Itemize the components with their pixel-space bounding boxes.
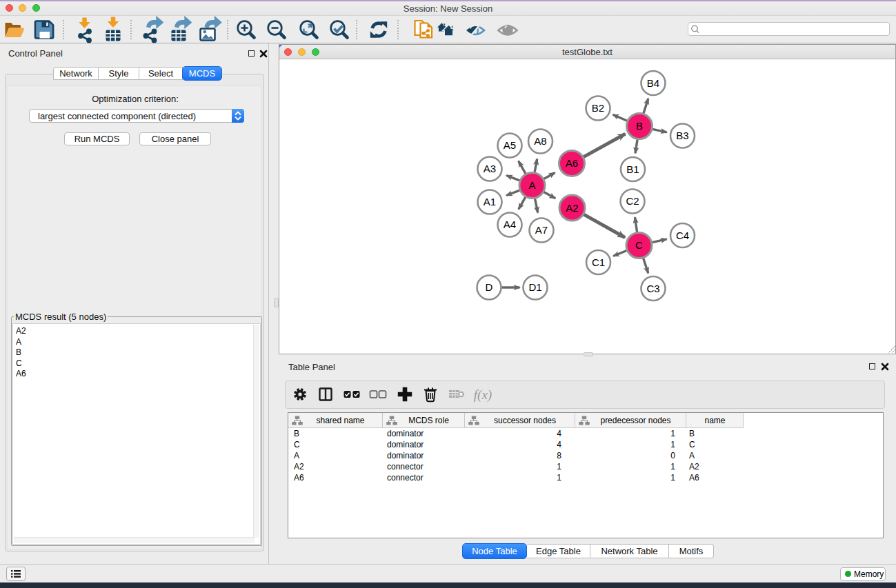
svg-text:D: D: [486, 281, 493, 293]
svg-text:C3: C3: [646, 283, 659, 294]
svg-text:A3: A3: [484, 163, 496, 174]
svg-text:C: C: [635, 239, 643, 251]
svg-text:A2: A2: [566, 202, 578, 214]
svg-text:A4: A4: [504, 219, 516, 230]
svg-text:A5: A5: [504, 139, 516, 151]
svg-text:B3: B3: [676, 130, 688, 141]
svg-text:C2: C2: [626, 195, 639, 207]
svg-text:B2: B2: [592, 102, 604, 114]
svg-text:B: B: [636, 120, 643, 132]
svg-text:A7: A7: [535, 224, 548, 236]
svg-text:A8: A8: [534, 135, 546, 147]
svg-text:B4: B4: [647, 77, 659, 89]
svg-text:A6: A6: [566, 157, 578, 169]
svg-text:C4: C4: [676, 230, 689, 241]
svg-text:f(x): f(x): [474, 387, 492, 403]
svg-text:A: A: [528, 179, 535, 191]
svg-text:B1: B1: [626, 163, 639, 175]
svg-text:A1: A1: [484, 196, 496, 207]
svg-text:C1: C1: [592, 256, 605, 268]
svg-text:D1: D1: [528, 281, 541, 293]
